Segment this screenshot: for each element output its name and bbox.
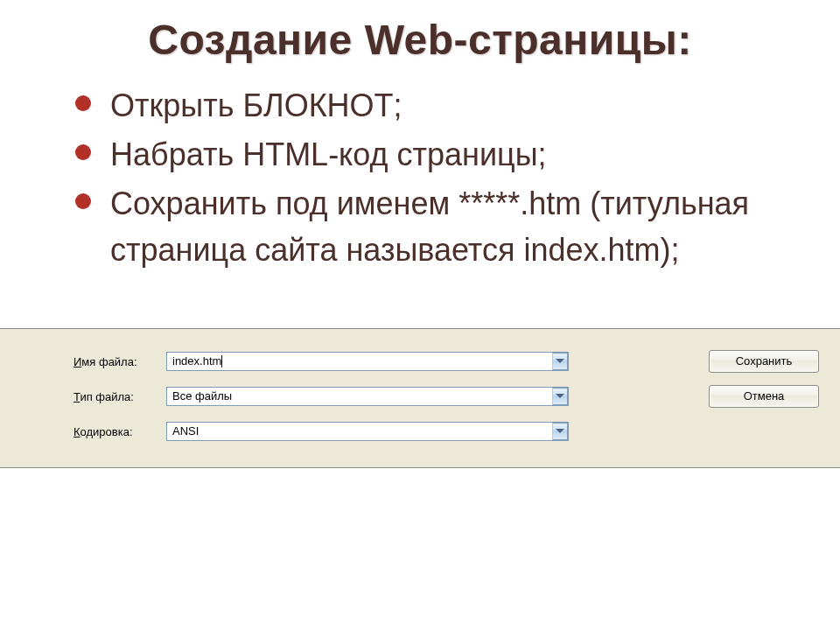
save-dialog-strip: Имя файла: index.htm Сохранить Тип файла… xyxy=(0,328,840,468)
encoding-label: Кодировка: xyxy=(74,425,161,438)
filename-value: index.htm xyxy=(172,354,221,368)
filetype-value: Все файлы xyxy=(172,389,232,402)
filetype-dropdown-button[interactable] xyxy=(552,388,568,405)
filetype-select[interactable]: Все файлы xyxy=(166,387,569,406)
encoding-row: Кодировка: ANSI xyxy=(74,422,819,444)
list-item: Открыть БЛОКНОТ; xyxy=(75,83,840,129)
bullet-text: Открыть БЛОКНОТ; xyxy=(110,88,402,123)
encoding-value: ANSI xyxy=(172,424,199,438)
list-item: Набрать HTML-код страницы; xyxy=(75,132,840,178)
bullet-text: Набрать HTML-код страницы; xyxy=(110,136,547,172)
bullet-dot-icon xyxy=(75,193,91,209)
slide-title: Создание Web-страницы: xyxy=(0,16,840,64)
filename-input[interactable]: index.htm xyxy=(166,352,569,371)
chevron-down-icon xyxy=(556,359,564,363)
list-item: Сохранить под именем *****.htm (титульна… xyxy=(75,181,840,272)
encoding-select[interactable]: ANSI xyxy=(166,422,569,441)
filetype-label: Тип файла: xyxy=(74,390,161,403)
filename-label: Имя файла: xyxy=(74,355,161,368)
save-button[interactable]: Сохранить xyxy=(709,350,819,373)
bullet-dot-icon xyxy=(75,144,91,160)
filename-row: Имя файла: index.htm Сохранить xyxy=(74,352,819,374)
filetype-row: Тип файла: Все файлы Отмена xyxy=(74,387,819,410)
bullet-dot-icon xyxy=(75,95,91,111)
cancel-button[interactable]: Отмена xyxy=(709,385,819,408)
bullet-text: Сохранить под именем *****.htm (титульна… xyxy=(110,186,749,267)
chevron-down-icon xyxy=(556,394,564,398)
encoding-dropdown-button[interactable] xyxy=(552,423,568,440)
chevron-down-icon xyxy=(556,429,564,433)
bullet-list: Открыть БЛОКНОТ; Набрать HTML-код страни… xyxy=(75,83,840,273)
filename-dropdown-button[interactable] xyxy=(552,353,568,370)
